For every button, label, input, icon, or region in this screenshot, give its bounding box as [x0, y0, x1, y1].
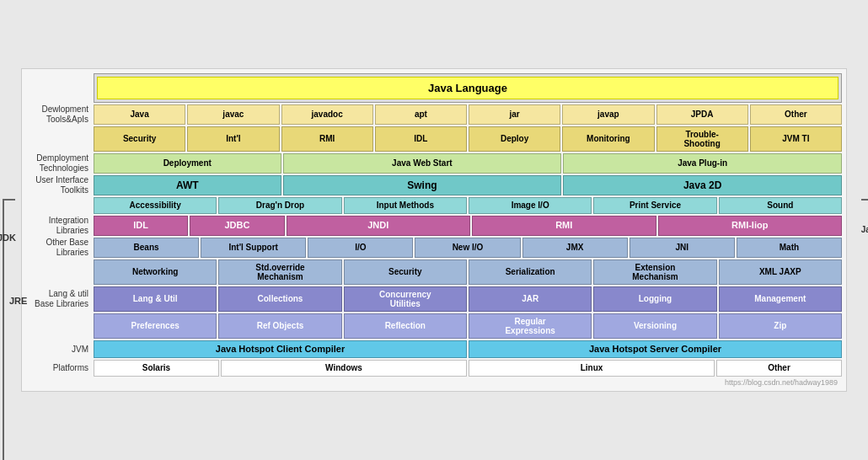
cell-java-plugin: Java Plug-in: [563, 153, 842, 174]
jdk-label: JDK: [0, 233, 16, 243]
cell-jvm-client: Java Hotspot Client Compiler: [94, 340, 467, 358]
cell-image-io: Image I/O: [469, 197, 592, 214]
cell-rmi: RMI: [281, 126, 373, 152]
cell-jpda: JPDA: [656, 104, 748, 125]
cell-other-dev: Other: [750, 104, 842, 125]
cell-networking: Networking: [94, 259, 217, 285]
cell-jvm-server: Java Hotspot Server Compiler: [469, 340, 842, 358]
cell-solaris: Solaris: [94, 360, 219, 377]
lang-row-1: Lang & utilBase Libraries Lang & Util Co…: [26, 286, 842, 312]
cell-extension: ExtensionMechanism: [593, 259, 716, 285]
cell-logging: Logging: [593, 286, 716, 312]
base-libs-label: Other BaseLibraries: [26, 238, 94, 258]
cell-jndi: JNDI: [287, 216, 471, 236]
lang-row-2: Preferences Ref Objects Reflection Regul…: [26, 313, 842, 339]
cell-java: Java: [94, 104, 185, 125]
cell-std-override: Std.overrideMechanism: [218, 259, 341, 285]
cell-apt: apt: [375, 104, 467, 125]
cell-rmi-iiop: RMI-Iiop: [658, 216, 843, 236]
java-language-label: [26, 73, 94, 103]
cell-security-base: Security: [344, 259, 467, 285]
cell-awt: AWT: [94, 175, 281, 195]
java-language-row: Java Language: [26, 73, 842, 103]
cell-deployment: Deployment: [94, 153, 281, 174]
jre-label: JRE: [9, 296, 27, 306]
cell-idl: IDL: [375, 126, 467, 152]
ui-sub-label: [26, 197, 94, 214]
cell-print-service: Print Service: [593, 197, 716, 214]
cell-xml-jaxp: XML JAXP: [719, 259, 842, 285]
dev-tools-row-1: DewlopmentTools&ApIs Java javac javadoc …: [26, 104, 842, 125]
integration-label: IntegrationLibraries: [26, 216, 94, 236]
platforms-label: Platforms: [26, 360, 94, 377]
base-libs-row-1: Other BaseLibraries Beans Int'l Support …: [26, 238, 842, 258]
cell-new-io: New I/O: [415, 238, 520, 258]
cell-windows: Windows: [221, 360, 467, 377]
cell-management: Management: [719, 286, 842, 312]
base-libs-row-2: Networking Std.overrideMechanism Securit…: [26, 259, 842, 285]
jvm-label: JVM: [26, 340, 94, 358]
cell-intl: Int'l: [187, 126, 279, 152]
cell-input-methods: Input Methods: [344, 197, 467, 214]
cell-lang-util: Lang & Util: [94, 286, 217, 312]
ui-toolkits-row: User InterfaceToolkits AWT Swing Java 2D: [26, 175, 842, 195]
cell-java-web-start: Java Web Start: [283, 153, 562, 174]
cell-beans: Beans: [94, 238, 199, 258]
cell-other-platform: Other: [716, 360, 842, 377]
cell-troubleshooting: Trouble-Shooting: [656, 126, 748, 152]
cell-versioning: Versioning: [593, 313, 716, 339]
cell-javadoc: javadoc: [281, 104, 373, 125]
deployment-label: DemploymentTechnologies: [26, 153, 94, 174]
cell-jmx: JMX: [522, 238, 628, 258]
cell-monitoring: Monitoring: [562, 126, 654, 152]
cell-io: I/O: [308, 238, 413, 258]
ui-sub-row: Accessibility Drag'n Drop Input Methods …: [26, 197, 842, 214]
cell-rmi-int: RMI: [472, 216, 656, 236]
cell-jdbc: JDBC: [190, 216, 284, 236]
cell-collections: Collections: [218, 286, 341, 312]
cell-zip: Zip: [719, 313, 842, 339]
cell-regex: RegularExpressions: [469, 313, 592, 339]
lang-label-2: [26, 313, 94, 339]
cell-jar-lang: JAR: [469, 286, 592, 312]
cell-accessibility: Accessibility: [94, 197, 217, 214]
cell-jni: JNI: [630, 238, 735, 258]
cell-swing: Swing: [283, 175, 562, 195]
cell-javac: javac: [187, 104, 279, 125]
deployment-row: DemploymentTechnologies Deployment Java …: [26, 153, 842, 174]
javase-label: JavaSEAPI: [853, 224, 868, 246]
cell-dragndrop: Drag'n Drop: [218, 197, 341, 214]
cell-idl-int: IDL: [94, 216, 188, 236]
cell-linux: Linux: [469, 360, 715, 377]
cell-ref-objects: Ref Objects: [218, 313, 341, 339]
cell-jvmti: JVM TI: [750, 126, 842, 152]
integration-row: IntegrationLibraries IDL JDBC JNDI RMI R…: [26, 216, 842, 236]
cell-math: Math: [737, 238, 842, 258]
ui-toolkits-label: User InterfaceToolkits: [26, 175, 94, 195]
cell-javap: javap: [562, 104, 654, 125]
cell-serialization: Serialization: [469, 259, 592, 285]
base-libs-label-2: [26, 259, 94, 285]
cell-security: Security: [94, 126, 185, 152]
cell-intl-support: Int'l Support: [201, 238, 306, 258]
architecture-diagram: Java Language DewlopmentTools&ApIs Java …: [21, 68, 847, 392]
cell-sound: Sound: [719, 197, 842, 214]
cell-deploy: Deploy: [469, 126, 560, 152]
dev-tools-label-2: [26, 126, 94, 152]
dev-tools-row-2: Security Int'l RMI IDL Deploy Monitoring…: [26, 126, 842, 152]
platforms-row: Platforms Solaris Windows Linux Other: [26, 360, 842, 377]
cell-preferences: Preferences: [94, 313, 217, 339]
java-language-bar: Java Language: [97, 77, 839, 99]
cell-reflection: Reflection: [344, 313, 467, 339]
cell-concurrency: ConcurrencyUtilities: [344, 286, 467, 312]
dev-tools-label: DewlopmentTools&ApIs: [26, 104, 94, 125]
cell-java2d: Java 2D: [563, 175, 842, 195]
lang-label: Lang & utilBase Libraries: [26, 286, 94, 312]
cell-jar: jar: [469, 104, 560, 125]
watermark: https://blog.csdn.net/hadway1989: [26, 378, 842, 387]
jvm-row: JVM Java Hotspot Client Compiler Java Ho…: [26, 340, 842, 358]
